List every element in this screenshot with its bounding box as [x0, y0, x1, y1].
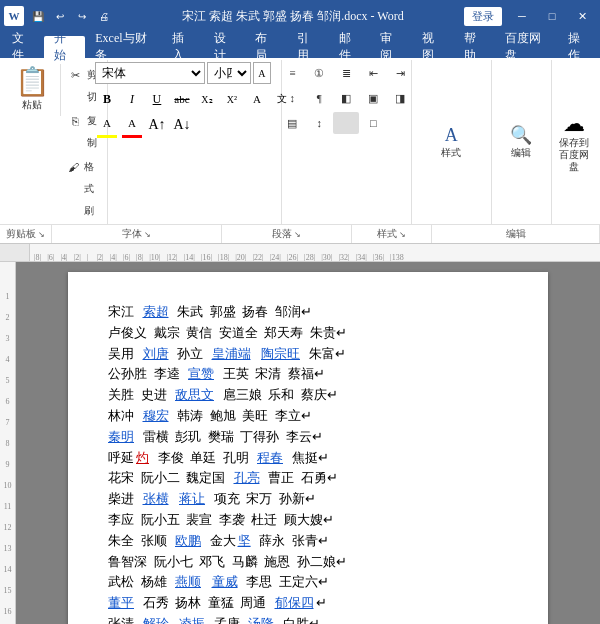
decrease-indent-button[interactable]: ⇤	[360, 62, 386, 84]
tab-layout[interactable]: 布局	[245, 36, 287, 58]
font-size-up-button[interactable]: A↑	[145, 114, 169, 136]
tab-references[interactable]: 引用	[287, 36, 329, 58]
italic-button[interactable]: I	[120, 88, 144, 110]
汤隆: 汤隆	[248, 614, 274, 624]
clear-format-button[interactable]: A	[245, 88, 269, 110]
bullet-list-button[interactable]: ≡	[279, 62, 305, 84]
print-btn[interactable]: 🖨	[94, 6, 114, 26]
format-painter-button[interactable]: 🖌	[65, 156, 82, 178]
tab-file[interactable]: 文件	[2, 36, 44, 58]
tab-help[interactable]: 帮助	[454, 36, 496, 58]
styles-label-cell[interactable]: 样式 ↘	[352, 225, 432, 243]
tab-excel[interactable]: Excel与财务	[85, 36, 162, 58]
paste-label: 粘贴	[22, 98, 42, 112]
text-highlight-button[interactable]: A	[95, 112, 119, 138]
tab-home[interactable]: 开始	[44, 36, 86, 58]
shading-button[interactable]	[333, 112, 359, 134]
font-expand-button[interactable]: A	[253, 62, 271, 84]
doc-line-5: 关胜 史进 敌思文 扈三娘 乐和 蔡庆↵	[108, 385, 508, 406]
border-button[interactable]: □	[360, 112, 386, 134]
tab-operation[interactable]: 操作	[558, 36, 600, 58]
font-size-select[interactable]: 小四 四号 五号	[207, 62, 251, 84]
paragraph-row1: ≡ ① ≣ ⇤ ⇥	[279, 62, 413, 84]
paragraph-label: 段落	[272, 227, 292, 241]
doc-line-9: 花宋 阮小二 魏定国 孔亮 曹正 石勇↵	[108, 468, 508, 489]
line-spacing-button[interactable]: ↕	[306, 112, 332, 134]
张横: 张横	[143, 489, 169, 510]
document-content[interactable]: 宋江 索超 朱武 郭盛 扬春 邹润↵ 卢俊义 戴宗 黄信 安道全 郑天寿 朱贵↵…	[108, 302, 508, 624]
tab-insert[interactable]: 插入	[162, 36, 204, 58]
bold-button[interactable]: B	[95, 88, 119, 110]
doc-line-13: 鲁智深 阮小七 邓飞 马麟 施恩 孙二娘↵	[108, 552, 508, 573]
tab-baidu[interactable]: 百度网盘	[495, 36, 558, 58]
doc-line-4: 公孙胜 李逵 宣赞 王英 宋清 蔡福↵	[108, 364, 508, 385]
justify-button[interactable]: ▤	[279, 112, 305, 134]
save-quick-btn[interactable]: 💾	[28, 6, 48, 26]
align-center-button[interactable]: ▣	[360, 87, 386, 109]
undo-btn[interactable]: ↩	[50, 6, 70, 26]
ribbon-group-labels: 剪贴板 ↘ 字体 ↘ 段落 ↘ 样式 ↘ 编辑	[0, 224, 600, 243]
edit-group-label: 编辑	[506, 227, 526, 241]
font-size-down-button[interactable]: A↓	[170, 114, 194, 136]
underline-button[interactable]: U	[145, 88, 169, 110]
login-button[interactable]: 登录	[464, 7, 502, 26]
vruler-9: 9	[6, 460, 10, 469]
styles-button[interactable]: A	[445, 125, 458, 146]
quick-access-toolbar: 💾 ↩ ↪ 🖨	[28, 6, 114, 26]
align-left-button[interactable]: ◧	[333, 87, 359, 109]
increase-indent-button[interactable]: ⇥	[387, 62, 413, 84]
font-family-select[interactable]: 宋体	[95, 62, 205, 84]
doc-line-10: 柴进 张横 蒋让 项充 宋万 孙新↵	[108, 489, 508, 510]
document-area[interactable]: 宋江 索超 朱武 郭盛 扬春 邹润↵ 卢俊义 戴宗 黄信 安道全 郑天寿 朱贵↵…	[16, 262, 600, 624]
paragraph-label-cell[interactable]: 段落 ↘	[222, 225, 352, 243]
font-expand-icon[interactable]: ↘	[144, 230, 151, 239]
cut-button[interactable]: ✂	[65, 64, 85, 86]
numbered-list-button[interactable]: ①	[306, 62, 332, 84]
redo-btn[interactable]: ↪	[72, 6, 92, 26]
ribbon: 📋 粘贴 ✂ 剪切 ⎘ 复制 🖌 格式刷	[0, 58, 600, 244]
edit-label-cell[interactable]: 编辑	[432, 225, 600, 243]
paste-icon: 📋	[15, 68, 50, 96]
font-label-cell[interactable]: 字体 ↘	[52, 225, 222, 243]
show-marks-button[interactable]: ¶	[306, 87, 332, 109]
find-button[interactable]: 🔍	[510, 124, 532, 146]
sort-button[interactable]: ↕	[279, 87, 305, 109]
vruler-12: 12	[4, 523, 12, 532]
styles-expand-icon[interactable]: ↘	[399, 230, 406, 239]
vruler-11: 11	[4, 502, 12, 511]
maximize-button[interactable]: □	[538, 5, 566, 27]
vruler-2: 2	[6, 313, 10, 322]
strikethrough-button[interactable]: abc	[170, 88, 194, 110]
tab-mailings[interactable]: 邮件	[329, 36, 371, 58]
title-bar-right: 登录 ─ □ ✕	[464, 5, 596, 27]
paragraph-expand-icon[interactable]: ↘	[294, 230, 301, 239]
baidu-save-icon[interactable]: ☁	[563, 111, 585, 137]
document-page[interactable]: 宋江 索超 朱武 郭盛 扬春 邹润↵ 卢俊义 戴宗 黄信 安道全 郑天寿 朱贵↵…	[68, 272, 548, 624]
close-button[interactable]: ✕	[568, 5, 596, 27]
minimize-button[interactable]: ─	[508, 5, 536, 27]
baidu-save-label: 保存到百度网盘	[558, 137, 590, 173]
tab-design[interactable]: 设计	[204, 36, 246, 58]
multilevel-list-button[interactable]: ≣	[333, 62, 359, 84]
doc-line-16: 张清 解珍 凌振 孟康 汤隆 白胜↵	[108, 614, 508, 624]
superscript-button[interactable]: X²	[220, 88, 244, 110]
paste-button[interactable]: 📋 粘贴	[10, 64, 54, 116]
vruler-6: 6	[6, 397, 10, 406]
clipboard-label-cell[interactable]: 剪贴板 ↘	[0, 225, 52, 243]
穆宏: 穆宏	[143, 406, 169, 427]
copy-button[interactable]: ⎘	[65, 110, 85, 132]
tab-review[interactable]: 审阅	[370, 36, 412, 58]
vruler-7: 7	[6, 418, 10, 427]
欧鹏: 欧鹏	[175, 531, 201, 552]
title-bar: W 💾 ↩ ↪ 🖨 宋江 索超 朱武 郭盛 扬春 邹润.docx - Word …	[0, 0, 600, 32]
subscript-button[interactable]: X₂	[195, 88, 219, 110]
font-group: 宋体 小四 四号 五号 A B I U abc X₂	[108, 60, 282, 224]
font-color-button[interactable]: A	[120, 112, 144, 138]
tab-view[interactable]: 视图	[412, 36, 454, 58]
align-right-button[interactable]: ◨	[387, 87, 413, 109]
paragraph-row2: ↕ ¶ ◧ ▣ ◨	[279, 87, 413, 109]
clipboard-expand-icon[interactable]: ↘	[38, 230, 45, 239]
程春: 程春	[257, 448, 283, 469]
解珍: 解珍	[143, 614, 169, 624]
style-group: A 样式	[412, 60, 492, 224]
